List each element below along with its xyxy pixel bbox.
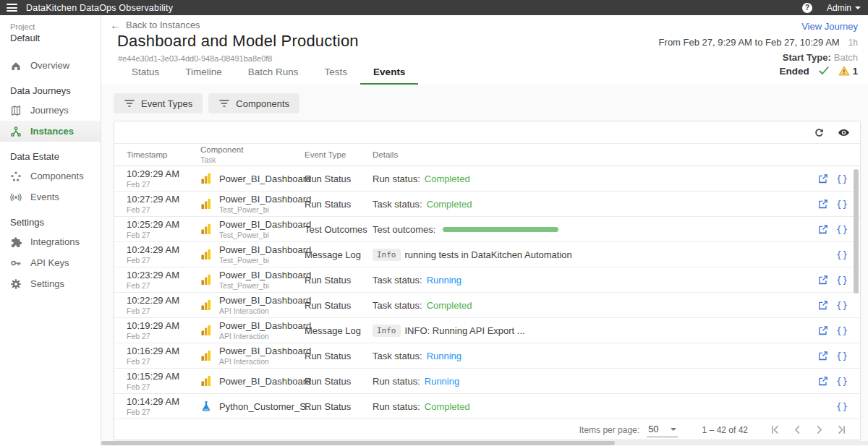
warning-badge[interactable]: 1 <box>838 65 858 77</box>
user-menu-label: Admin <box>827 3 851 13</box>
event-json-icon[interactable]: {} <box>836 275 848 286</box>
powerbi-icon <box>200 325 212 336</box>
content-area: Event Types Components Timestamp Compone… <box>101 85 868 446</box>
first-page-icon[interactable] <box>770 424 782 436</box>
status-badge: Completed <box>425 401 470 412</box>
open-event-icon[interactable] <box>818 376 828 386</box>
col-details: Details <box>373 150 792 159</box>
status-badge: Completed <box>427 300 472 311</box>
open-event-icon[interactable] <box>818 325 828 335</box>
back-to-instances-link[interactable]: ← Back to Instances <box>110 20 200 30</box>
table-row[interactable]: 10:23:29 AMFeb 27 Power_BI_DashboardTest… <box>114 267 860 293</box>
event-json-icon[interactable]: {} <box>836 401 848 412</box>
tab-status[interactable]: Status <box>119 61 172 85</box>
open-event-icon[interactable] <box>818 199 828 209</box>
event-json-icon[interactable]: {} <box>836 376 848 387</box>
table-header: Timestamp Component Task Event Type Deta… <box>114 143 860 166</box>
powerbi-icon <box>200 198 212 210</box>
view-journey-link[interactable]: View Journey <box>801 21 858 32</box>
open-event-icon[interactable] <box>818 275 828 285</box>
powerbi-icon <box>200 350 212 361</box>
tab-tests[interactable]: Tests <box>312 61 361 85</box>
test-outcomes-bar[interactable] <box>443 227 558 232</box>
powerbi-icon <box>200 249 212 260</box>
items-per-page-label: Items per page: <box>579 425 639 435</box>
user-menu[interactable]: Admin <box>827 3 861 13</box>
table-row[interactable]: 10:19:29 AMFeb 27 Power_BI_DashboardAPI … <box>114 318 860 343</box>
open-event-icon[interactable] <box>818 300 828 310</box>
pagination-range: 1 – 42 of 42 <box>702 425 748 435</box>
back-arrow-icon: ← <box>110 20 121 30</box>
previous-page-icon[interactable] <box>791 424 804 436</box>
log-level-badge: Info <box>373 249 401 261</box>
open-event-icon[interactable] <box>818 173 828 184</box>
status-badge: Running <box>427 275 461 286</box>
tab-events[interactable]: Events <box>360 61 418 85</box>
col-event-type: Event Type <box>305 150 373 159</box>
status-ended: Ended <box>780 66 809 77</box>
map-icon <box>10 105 22 116</box>
tab-batch-runs[interactable]: Batch Runs <box>235 61 312 85</box>
table-row[interactable]: 10:15:29 AMFeb 27 Power_BI_Dashboard Run… <box>114 369 860 394</box>
sidebar-item-events[interactable]: Events <box>0 186 101 207</box>
event-json-icon[interactable]: {} <box>836 351 848 361</box>
log-level-badge: Info <box>373 325 401 337</box>
status-badge: Completed <box>427 199 472 210</box>
table-row[interactable]: 10:14:29 AMFeb 27 Python_Customer_S... R… <box>114 394 860 419</box>
home-icon <box>10 60 22 72</box>
sidebar-item-integrations[interactable]: Integrations <box>0 231 101 252</box>
horizontal-scrollbar[interactable] <box>101 441 615 445</box>
event-types-filter-button[interactable]: Event Types <box>114 93 203 113</box>
last-page-icon[interactable] <box>835 424 847 436</box>
event-json-icon[interactable]: {} <box>836 325 848 336</box>
project-name[interactable]: Default <box>10 33 101 43</box>
open-event-icon[interactable] <box>818 224 828 234</box>
event-json-icon[interactable]: {} <box>836 249 848 260</box>
table-row[interactable]: 10:22:29 AMFeb 27 Power_BI_DashboardAPI … <box>114 293 860 318</box>
events-table-card: Timestamp Component Task Event Type Deta… <box>114 121 861 440</box>
open-event-icon[interactable] <box>818 351 828 361</box>
sidebar-item-api-keys[interactable]: API Keys <box>0 252 101 273</box>
table-row[interactable]: 10:27:29 AMFeb 27 Power_BI_DashboardTest… <box>114 192 860 217</box>
section-settings: Settings <box>0 217 101 228</box>
app-title: DataKitchen DataOps Observability <box>26 3 173 13</box>
powerbi-icon <box>200 375 212 387</box>
gear-icon <box>10 278 22 290</box>
event-json-icon[interactable]: {} <box>836 173 848 184</box>
section-data-journeys: Data Journeys <box>0 85 101 96</box>
items-per-page-select[interactable]: 50 <box>647 422 677 437</box>
sidebar-item-instances[interactable]: Instances <box>0 121 101 142</box>
chevron-down-icon <box>671 428 676 431</box>
sidebar-item-overview[interactable]: Overview <box>0 55 101 76</box>
sidebar-item-journeys[interactable]: Journeys <box>0 100 101 121</box>
refresh-icon[interactable] <box>813 126 825 139</box>
chevron-down-icon <box>855 7 861 9</box>
sidebar-item-settings[interactable]: Settings <box>0 273 101 294</box>
eye-icon[interactable] <box>838 126 850 139</box>
table-row[interactable]: 10:24:29 AMFeb 27 Power_BI_DashboardTest… <box>114 242 860 267</box>
help-icon[interactable]: ? <box>802 3 812 13</box>
sidebar-item-components[interactable]: Components <box>0 166 101 186</box>
event-json-icon[interactable]: {} <box>836 199 848 210</box>
status-badge: Running <box>427 351 461 361</box>
event-json-icon[interactable]: {} <box>836 224 848 235</box>
branch-icon <box>10 126 22 137</box>
table-row[interactable]: 10:29:29 AMFeb 27 Power_BI_Dashboard Run… <box>114 166 860 192</box>
event-json-icon[interactable]: {} <box>836 300 848 311</box>
instance-status: Ended 1 <box>780 65 859 77</box>
project-label: Project <box>10 22 101 31</box>
vertical-scrollbar[interactable] <box>854 169 859 293</box>
time-range: From Feb 27, 9:29 AM to Feb 27, 10:29 AM… <box>659 37 858 48</box>
tab-timeline[interactable]: Timeline <box>172 61 235 85</box>
python-flask-icon <box>200 400 212 412</box>
table-row[interactable]: 10:16:29 AMFeb 27 Power_BI_DashboardAPI … <box>114 343 860 369</box>
horizontal-scrollbar-track <box>101 441 868 445</box>
col-component: Component <box>200 145 305 154</box>
components-filter-button[interactable]: Components <box>208 93 299 113</box>
broadcast-icon <box>10 192 22 203</box>
table-toolbar <box>114 121 860 143</box>
next-page-icon[interactable] <box>813 424 825 436</box>
status-badge: Completed <box>425 173 470 184</box>
table-row[interactable]: 10:25:29 AMFeb 27 Power_BI_DashboardTest… <box>114 217 860 242</box>
menu-icon[interactable] <box>7 4 17 12</box>
